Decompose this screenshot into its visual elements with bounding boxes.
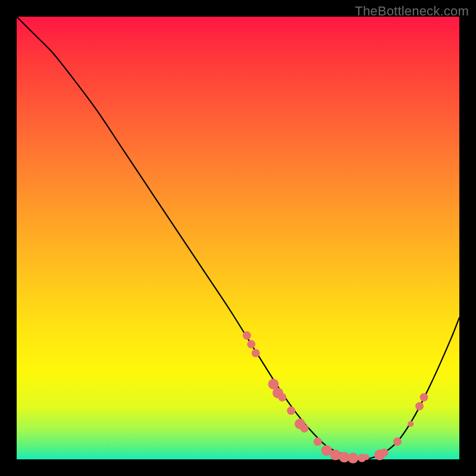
plot-area [17, 17, 459, 459]
data-marker [364, 454, 369, 460]
data-marker [314, 437, 322, 446]
data-marker [420, 393, 428, 402]
chart-svg [17, 17, 459, 459]
data-marker [247, 340, 255, 349]
bottleneck-curve [17, 17, 459, 459]
data-marker [393, 437, 402, 446]
data-marker [243, 331, 251, 340]
chart-container: TheBottleneck.com [0, 0, 476, 476]
data-marker [278, 393, 286, 402]
data-marker [408, 421, 414, 427]
data-marker [287, 406, 295, 415]
data-marker [300, 424, 309, 433]
data-marker [347, 453, 358, 464]
data-marker [415, 402, 424, 411]
data-marker [252, 349, 260, 357]
markers-group [243, 331, 428, 464]
data-marker [380, 449, 389, 457]
